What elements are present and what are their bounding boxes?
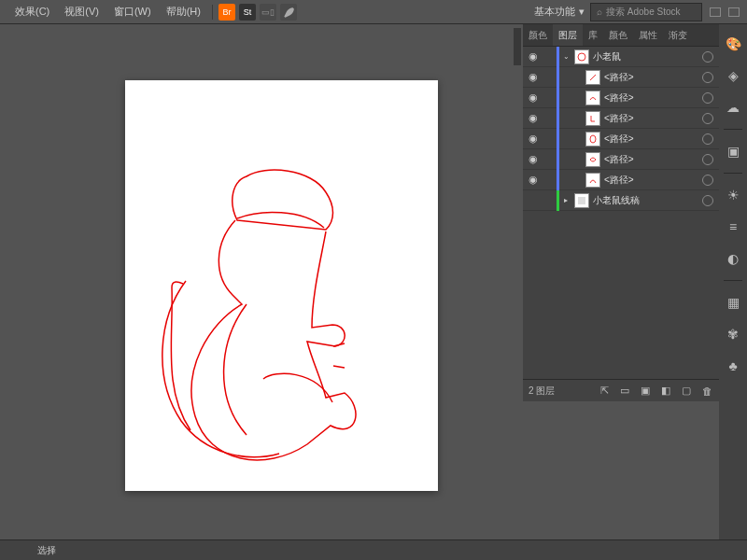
target-icon[interactable] bbox=[702, 133, 713, 145]
layer-thumbnail[interactable] bbox=[585, 111, 600, 126]
transparency-icon[interactable]: ◐ bbox=[723, 248, 743, 269]
menu-help[interactable]: 帮助(H) bbox=[159, 5, 208, 19]
workspace-switcher[interactable]: 基本功能 ▾ bbox=[529, 5, 590, 19]
swatches-icon[interactable]: ▦ bbox=[723, 292, 743, 313]
artwork-mouse bbox=[125, 80, 438, 491]
symbols-icon[interactable]: ♣ bbox=[723, 356, 743, 376]
target-icon[interactable] bbox=[702, 51, 713, 63]
visibility-icon[interactable]: ◉ bbox=[523, 91, 543, 104]
visibility-icon[interactable]: ◉ bbox=[523, 153, 543, 165]
tab-swatches[interactable]: 颜色 bbox=[603, 24, 633, 46]
clip-icon[interactable]: ▭ bbox=[618, 385, 631, 398]
search-input[interactable]: ⌕搜索 Adobe Stock bbox=[590, 3, 702, 21]
layer-name[interactable]: <路径> bbox=[604, 174, 697, 187]
tab-layers[interactable]: 图层 bbox=[553, 24, 583, 46]
layer-row-path[interactable]: ◉ <路径> bbox=[523, 170, 719, 190]
panel-collapse-handle[interactable] bbox=[514, 28, 521, 65]
disclosure-icon[interactable]: ⌄ bbox=[561, 52, 571, 61]
brushes-icon[interactable]: ✾ bbox=[723, 324, 743, 344]
layer-name[interactable]: 小老鼠线稿 bbox=[593, 194, 697, 207]
minimize-button[interactable] bbox=[710, 7, 721, 17]
tab-gradient[interactable]: 渐变 bbox=[663, 24, 693, 46]
tab-properties[interactable]: 属性 bbox=[633, 24, 663, 46]
panel-tab-bar: 颜色 图层 库 颜色 属性 渐变 bbox=[523, 24, 719, 47]
status-bar: 选择 bbox=[0, 539, 747, 560]
layer-thumbnail[interactable] bbox=[574, 49, 589, 64]
chevron-down-icon: ▾ bbox=[579, 6, 585, 18]
search-icon: ⌕ bbox=[597, 7, 602, 17]
svg-point-1 bbox=[590, 135, 596, 143]
layer-name[interactable]: <路径> bbox=[604, 71, 697, 84]
target-icon[interactable] bbox=[702, 175, 713, 186]
align-icon[interactable]: ≡ bbox=[723, 217, 743, 237]
target-icon[interactable] bbox=[702, 72, 713, 83]
target-icon[interactable] bbox=[702, 113, 713, 124]
panel-footer: 2 图层 ⇱ ▭ ▣ ◧ ▢ 🗑 bbox=[523, 379, 719, 401]
status-text: 选择 bbox=[37, 544, 56, 557]
layer-row-path[interactable]: ◉ <路径> bbox=[523, 67, 719, 88]
cc-libraries-icon[interactable]: ☁ bbox=[723, 97, 743, 118]
menu-effects[interactable]: 效果(C) bbox=[7, 5, 57, 19]
disclosure-icon[interactable]: ▸ bbox=[561, 196, 571, 204]
layer-row-path[interactable]: ◉ <路径> bbox=[523, 149, 719, 170]
menu-bar: 效果(C) 视图(V) 窗口(W) 帮助(H) Br St ▭▯ 基本功能 ▾ … bbox=[0, 0, 747, 24]
target-icon[interactable] bbox=[702, 195, 713, 206]
svg-rect-2 bbox=[578, 197, 585, 204]
new-sublayer-icon[interactable]: ◧ bbox=[659, 385, 672, 398]
maximize-button[interactable] bbox=[728, 7, 740, 17]
divider bbox=[212, 5, 213, 20]
layer-name[interactable]: <路径> bbox=[604, 133, 697, 146]
layers-icon[interactable]: ◈ bbox=[723, 65, 743, 86]
visibility-icon[interactable]: ◉ bbox=[523, 112, 543, 124]
visibility-icon[interactable]: ◉ bbox=[523, 50, 543, 63]
layer-row-hidden[interactable]: ▸ 小老鼠线稿 bbox=[523, 190, 719, 211]
layer-thumbnail[interactable] bbox=[574, 193, 589, 208]
menu-view[interactable]: 视图(V) bbox=[57, 5, 106, 19]
collect-icon[interactable]: ▣ bbox=[639, 385, 652, 398]
right-toolbar: 🎨 ◈ ☁ ▣ ☀ ≡ ◐ ▦ ✾ ♣ bbox=[719, 24, 747, 539]
tab-libraries[interactable]: 库 bbox=[583, 24, 603, 46]
layer-name[interactable]: <路径> bbox=[604, 91, 697, 105]
artboard[interactable] bbox=[125, 80, 438, 491]
menu-window[interactable]: 窗口(W) bbox=[106, 5, 159, 19]
layer-name[interactable]: 小老鼠 bbox=[593, 50, 697, 63]
cube-icon[interactable]: ▣ bbox=[723, 141, 743, 161]
layer-thumbnail[interactable] bbox=[585, 91, 600, 105]
new-layer-icon[interactable]: ▢ bbox=[680, 385, 693, 398]
bridge-icon[interactable]: Br bbox=[218, 4, 235, 21]
stock-icon[interactable]: St bbox=[239, 4, 256, 21]
visibility-icon[interactable]: ◉ bbox=[523, 174, 543, 186]
feather-icon[interactable] bbox=[280, 4, 297, 21]
arrange-icon[interactable]: ▭▯ bbox=[260, 4, 276, 21]
layer-thumbnail[interactable] bbox=[585, 152, 600, 167]
layer-list: ◉ ⌄ 小老鼠 ◉ <路径> ◉ <路径> ◉ <路径> bbox=[523, 47, 719, 211]
color-picker-icon[interactable]: 🎨 bbox=[723, 34, 743, 54]
layer-thumbnail[interactable] bbox=[585, 70, 600, 85]
visibility-icon[interactable]: ◉ bbox=[523, 133, 543, 145]
target-icon[interactable] bbox=[702, 92, 713, 104]
target-icon[interactable] bbox=[702, 154, 713, 165]
layer-row-parent[interactable]: ◉ ⌄ 小老鼠 bbox=[523, 47, 719, 67]
layer-row-path[interactable]: ◉ <路径> bbox=[523, 129, 719, 149]
layer-name[interactable]: <路径> bbox=[604, 153, 697, 166]
layer-thumbnail[interactable] bbox=[585, 173, 600, 188]
visibility-icon[interactable]: ◉ bbox=[523, 71, 543, 83]
trash-icon[interactable]: 🗑 bbox=[700, 385, 713, 398]
svg-point-0 bbox=[578, 53, 585, 61]
layers-panel: 颜色 图层 库 颜色 属性 渐变 ◉ ⌄ 小老鼠 ◉ <路径> ◉ <路径> bbox=[523, 24, 719, 401]
layer-thumbnail[interactable] bbox=[585, 132, 600, 147]
layer-row-path[interactable]: ◉ <路径> bbox=[523, 88, 719, 108]
tab-color[interactable]: 颜色 bbox=[523, 24, 553, 46]
layer-name[interactable]: <路径> bbox=[604, 112, 697, 125]
canvas-area[interactable] bbox=[0, 24, 523, 539]
window-controls bbox=[710, 7, 740, 17]
layer-row-path[interactable]: ◉ <路径> bbox=[523, 108, 719, 129]
brightness-icon[interactable]: ☀ bbox=[723, 185, 743, 205]
locate-icon[interactable]: ⇱ bbox=[598, 385, 611, 398]
